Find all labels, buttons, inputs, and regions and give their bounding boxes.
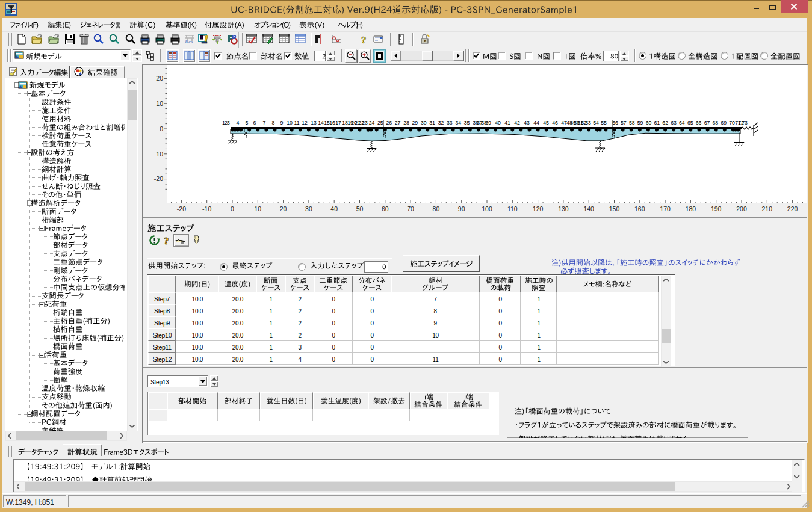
svg-text:0: 0 [370, 296, 374, 303]
svg-text:0: 0 [332, 320, 335, 327]
svg-text:10: 10 [287, 120, 293, 126]
svg-text:56: 56 [612, 120, 618, 126]
svg-text:69: 69 [721, 120, 727, 126]
svg-text:0: 0 [370, 344, 374, 351]
svg-text:1: 1 [537, 320, 541, 327]
svg-text:10.0: 10.0 [191, 296, 203, 303]
svg-text:W:1349, H:851: W:1349, H:851 [6, 498, 54, 506]
svg-text:5: 5 [246, 120, 249, 126]
svg-text:67: 67 [704, 120, 710, 126]
svg-text:10: 10 [432, 332, 439, 339]
svg-text:24: 24 [369, 120, 375, 126]
svg-text:0: 0 [370, 320, 374, 327]
svg-text:59: 59 [637, 120, 643, 126]
svg-text:28: 28 [403, 120, 409, 126]
svg-text:44: 44 [533, 120, 539, 126]
svg-text:14: 14 [318, 120, 324, 126]
svg-text:?: ? [361, 34, 367, 45]
svg-text:Step8: Step8 [154, 307, 170, 315]
svg-text:1: 1 [269, 308, 273, 315]
svg-text:1: 1 [269, 332, 273, 339]
svg-text:7: 7 [263, 120, 266, 126]
svg-text:63: 63 [671, 120, 677, 126]
svg-text:0: 0 [370, 356, 374, 363]
svg-text:0: 0 [498, 308, 502, 315]
svg-text:45: 45 [543, 120, 549, 126]
svg-text:1: 1 [537, 296, 541, 303]
svg-text:0: 0 [370, 308, 374, 315]
svg-text:20.0: 20.0 [232, 332, 243, 339]
svg-text:10.0: 10.0 [191, 332, 203, 339]
svg-text:?: ? [164, 235, 169, 246]
svg-text:42: 42 [514, 120, 520, 126]
svg-text:0: 0 [332, 344, 335, 351]
svg-text:41: 41 [504, 120, 510, 126]
svg-text:66: 66 [696, 120, 702, 126]
svg-text:1: 1 [537, 356, 541, 363]
svg-text:0: 0 [332, 332, 335, 339]
svg-text:70: 70 [729, 120, 735, 126]
svg-text:31: 31 [429, 120, 435, 126]
svg-text:1: 1 [269, 320, 273, 327]
svg-text:3: 3 [298, 344, 302, 351]
svg-text:Step13: Step13 [150, 379, 169, 386]
svg-text:68: 68 [712, 120, 718, 126]
svg-text:1: 1 [537, 332, 541, 339]
svg-text:27: 27 [395, 120, 401, 126]
svg-text:39: 39 [485, 120, 491, 126]
svg-text:10.0: 10.0 [191, 320, 203, 327]
svg-text:54: 54 [593, 120, 599, 126]
svg-text:20.0: 20.0 [232, 320, 243, 327]
svg-text:17: 17 [335, 120, 341, 126]
svg-text:10.0: 10.0 [191, 308, 203, 315]
svg-text:62: 62 [662, 120, 668, 126]
svg-text:0: 0 [498, 332, 502, 339]
svg-text:8: 8 [272, 120, 275, 126]
svg-text:1: 1 [537, 344, 541, 351]
svg-text:10.0: 10.0 [191, 356, 203, 363]
svg-text:Step11: Step11 [153, 344, 172, 351]
svg-text:64: 64 [679, 120, 685, 126]
svg-text:12: 12 [302, 120, 308, 126]
svg-text:35: 35 [464, 120, 470, 126]
svg-text:16: 16 [329, 120, 335, 126]
svg-text:10.0: 10.0 [191, 344, 203, 351]
svg-text:Step10: Step10 [152, 332, 172, 339]
svg-text:1: 1 [269, 344, 273, 351]
svg-text:65: 65 [687, 120, 693, 126]
svg-text:7: 7 [434, 296, 438, 303]
svg-text:25: 25 [377, 120, 383, 126]
svg-text:6: 6 [253, 120, 256, 126]
svg-text:0: 0 [498, 344, 502, 351]
svg-text:34: 34 [455, 120, 461, 126]
svg-text:11: 11 [433, 356, 439, 363]
svg-text:20.0: 20.0 [232, 308, 243, 315]
svg-text:2: 2 [298, 296, 302, 303]
svg-text:20.0: 20.0 [232, 296, 243, 303]
svg-text:43: 43 [524, 120, 530, 126]
svg-text:4: 4 [298, 356, 302, 363]
svg-text:58: 58 [629, 120, 635, 126]
svg-text:53: 53 [585, 120, 591, 126]
svg-text:Res: Res [184, 39, 193, 45]
svg-text:0: 0 [498, 296, 502, 303]
svg-text:1: 1 [537, 308, 541, 315]
svg-text:Step9: Step9 [154, 319, 170, 327]
svg-text:20.0: 20.0 [232, 356, 243, 363]
svg-text:2: 2 [298, 308, 302, 315]
svg-text:40: 40 [495, 120, 501, 126]
svg-text:33: 33 [447, 120, 453, 126]
svg-text:26: 26 [386, 120, 392, 126]
svg-text:57: 57 [621, 120, 627, 126]
svg-text:23: 23 [362, 120, 368, 126]
svg-text:0: 0 [332, 308, 335, 315]
svg-text:13: 13 [311, 120, 317, 126]
svg-text:61: 61 [654, 120, 660, 126]
svg-text:3: 3 [227, 120, 230, 126]
svg-text:11: 11 [294, 120, 300, 126]
svg-text:0: 0 [498, 356, 502, 363]
svg-text:32: 32 [438, 120, 444, 126]
svg-text:20.0: 20.0 [232, 344, 243, 351]
svg-text:8: 8 [434, 308, 438, 315]
svg-text:46: 46 [552, 120, 558, 126]
